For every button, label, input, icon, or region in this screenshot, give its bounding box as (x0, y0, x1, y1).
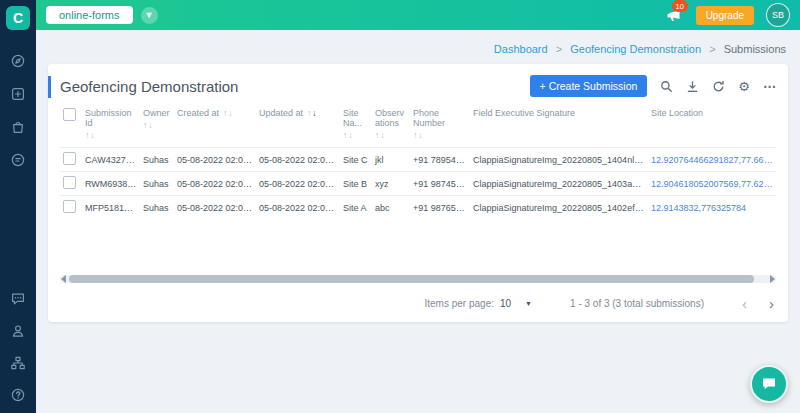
card-header: Geofencing Demonstration + Create Submis… (48, 64, 788, 106)
row-checkbox[interactable] (63, 176, 76, 189)
cell-location[interactable]: 12.904618052007569,77.62538387619944 (648, 172, 776, 196)
submissions-icon[interactable] (10, 151, 27, 168)
create-submission-button[interactable]: + Create Submission (530, 75, 648, 97)
sidebar-nav-top (10, 52, 27, 168)
sort-arrows-icon[interactable]: ↑↓ (343, 130, 369, 140)
sidebar: C (0, 0, 36, 413)
column-label: Observations (375, 108, 407, 128)
column-header-obs[interactable]: Observations↑↓ (372, 106, 410, 148)
sort-arrows-icon[interactable]: ↑↓ (375, 130, 407, 140)
column-label: Owner (143, 108, 171, 118)
column-header-owner[interactable]: Owner↑↓ (140, 106, 174, 148)
page-title: Geofencing Demonstration (60, 78, 238, 95)
cell-id: MFP51810901 (82, 196, 140, 220)
next-page-button[interactable]: › (769, 296, 774, 311)
table-row[interactable]: RWM69383860Suhas05-08-2022 02:04 PM05-08… (60, 172, 776, 196)
table-row[interactable]: CAW43279562Suhas05-08-2022 02:04 PM05-08… (60, 148, 776, 172)
pagination: Items per page: 10 ▼ 1 - 3 of 3 (3 total… (48, 283, 788, 316)
notifications-button[interactable]: 10 (664, 5, 684, 25)
sidebar-nav-bottom (10, 290, 27, 403)
sort-arrows-icon[interactable]: ↑↓ (223, 108, 234, 118)
column-header-id[interactable]: Submission Id↑↓ (82, 106, 140, 148)
select-all-checkbox[interactable] (63, 108, 76, 121)
avatar[interactable]: SB (766, 3, 790, 27)
items-per-page-value: 10 (500, 298, 511, 309)
chat-fab-button[interactable] (750, 365, 788, 403)
breadcrumb-app[interactable]: Geofencing Demonstration (570, 43, 701, 55)
cell-phone: +91 9876543210 (410, 196, 470, 220)
cell-obs: xyz (372, 172, 410, 196)
cell-updated: 05-08-2022 02:04 PM (256, 148, 340, 172)
items-per-page-select[interactable]: 10 ▼ (500, 298, 532, 309)
column-header-updated[interactable]: Updated at↑↓ (256, 106, 340, 148)
refresh-icon[interactable] (712, 80, 725, 93)
content-area: Dashboard > Geofencing Demonstration > S… (36, 30, 800, 413)
cell-created: 05-08-2022 02:02 PM (174, 196, 256, 220)
breadcrumb-dashboard[interactable]: Dashboard (494, 43, 548, 55)
breadcrumb: Dashboard > Geofencing Demonstration > S… (48, 30, 788, 64)
dashboard-icon[interactable] (10, 52, 27, 69)
breadcrumb-separator: > (709, 43, 715, 55)
workplace-icon[interactable] (10, 118, 27, 135)
sort-arrows-icon[interactable]: ↑↓ (413, 130, 467, 140)
column-header-signature: Field Executive Signature (470, 106, 648, 148)
notification-badge: 10 (672, 0, 688, 12)
org-hierarchy-icon[interactable] (10, 354, 27, 371)
app-switcher-button[interactable]: online-forms (46, 6, 133, 24)
scroll-right-icon[interactable] (770, 275, 775, 283)
cell-site: Site A (340, 196, 372, 220)
column-header-phone[interactable]: Phone Number↑↓ (410, 106, 470, 148)
more-icon[interactable]: ⋯ (763, 80, 776, 93)
column-header-site[interactable]: Site Na...↑↓ (340, 106, 372, 148)
cell-location[interactable]: 12.920764466291827,77.6688399441162 (648, 148, 776, 172)
row-checkbox-cell (60, 196, 82, 220)
cell-id: CAW43279562 (82, 148, 140, 172)
download-icon[interactable] (686, 80, 699, 93)
chat-icon[interactable] (10, 290, 27, 307)
pager-buttons: ‹ › (742, 296, 774, 311)
column-label: Updated at (259, 108, 303, 118)
cell-updated: 05-08-2022 02:04 PM (256, 172, 340, 196)
row-checkbox-cell (60, 172, 82, 196)
cell-created: 05-08-2022 02:04 PM (174, 148, 256, 172)
column-header-created[interactable]: Created at↑↓ (174, 106, 256, 148)
horizontal-scrollbar[interactable] (60, 275, 776, 283)
support-agent-icon[interactable] (10, 322, 27, 339)
cell-signature: ClappiaSignatureImg_20220805_1403a7ma4.j… (470, 172, 648, 196)
caret-down-icon: ▼ (525, 300, 532, 307)
table-row[interactable]: MFP51810901Suhas05-08-2022 02:02 PM05-08… (60, 196, 776, 220)
prev-page-button[interactable]: ‹ (742, 296, 747, 311)
chevron-down-icon[interactable]: ▼ (141, 7, 158, 24)
items-per-page: Items per page: 10 ▼ (425, 298, 533, 309)
breadcrumb-current: Submissions (724, 43, 786, 55)
row-checkbox-cell (60, 148, 82, 172)
select-all-cell (60, 106, 82, 148)
submissions-card: Geofencing Demonstration + Create Submis… (48, 64, 788, 322)
cell-signature: ClappiaSignatureImg_20220805_1402ef26b.j… (470, 196, 648, 220)
sort-arrows-icon[interactable]: ↑↓ (307, 108, 318, 118)
cell-location[interactable]: 12.9143832,776325784 (648, 196, 776, 220)
cell-obs: jkl (372, 148, 410, 172)
upgrade-button[interactable]: Upgrade (696, 6, 754, 25)
cell-site: Site C (340, 148, 372, 172)
toolbar: + Create Submission ⚙ ⋯ (530, 75, 776, 97)
row-checkbox[interactable] (63, 152, 76, 165)
cell-obs: abc (372, 196, 410, 220)
breadcrumb-separator: > (556, 43, 562, 55)
row-checkbox[interactable] (63, 200, 76, 213)
column-label: Site Na... (343, 108, 369, 128)
cell-phone: +91 9874563210 (410, 172, 470, 196)
sort-arrows-icon[interactable]: ↑↓ (85, 130, 137, 140)
help-icon[interactable] (10, 386, 27, 403)
sort-arrows-icon[interactable]: ↑↓ (143, 120, 171, 130)
create-app-icon[interactable] (10, 85, 27, 102)
cell-owner: Suhas (140, 196, 174, 220)
main-column: online-forms ▼ 10 Upgrade SB Dashboard >… (36, 0, 800, 413)
scrollbar-thumb[interactable] (69, 275, 754, 283)
column-label: Phone Number (413, 108, 467, 128)
column-label: Submission Id (85, 108, 137, 128)
app-logo[interactable]: C (6, 6, 30, 30)
search-icon[interactable] (660, 80, 673, 93)
scroll-left-icon[interactable] (61, 275, 66, 283)
settings-icon[interactable]: ⚙ (738, 80, 750, 93)
